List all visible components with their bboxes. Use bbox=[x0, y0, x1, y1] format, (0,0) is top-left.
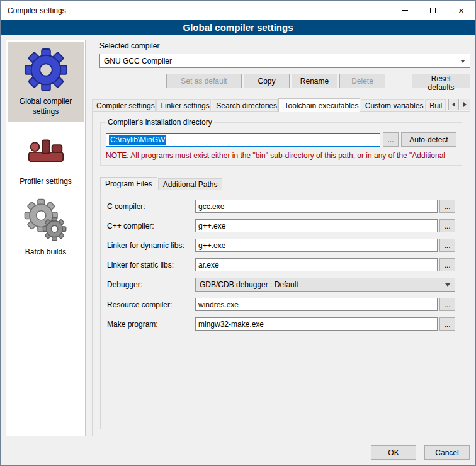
tab-label: Buil bbox=[429, 101, 442, 110]
arrow-right-icon bbox=[463, 102, 467, 107]
dialog-footer: OK Cancel bbox=[1, 440, 475, 465]
debugger-select[interactable]: GDB/CDB debugger : Default bbox=[195, 278, 455, 292]
field-row-static-linker: Linker for static libs: ... bbox=[107, 258, 455, 271]
dynamic-linker-label: Linker for dynamic libs: bbox=[107, 241, 195, 250]
debugger-label: Debugger: bbox=[107, 280, 195, 289]
dialog-body: Global compiler settings Profiler settin… bbox=[1, 35, 475, 440]
compiler-actions-row: Set as default Copy Rename Delete Reset … bbox=[99, 74, 470, 88]
installation-directory-group-title: Compiler's installation directory bbox=[106, 118, 214, 127]
set-as-default-button[interactable]: Set as default bbox=[166, 74, 242, 88]
program-files-tab-bar: Program Files Additional Paths bbox=[100, 176, 462, 190]
subtab-label: Program Files bbox=[105, 179, 152, 188]
settings-category-sidebar: Global compiler settings Profiler settin… bbox=[6, 40, 86, 436]
sidebar-item-label: Profiler settings bbox=[9, 177, 82, 187]
tab-label: Toolchain executables bbox=[284, 101, 358, 110]
delete-button[interactable]: Delete bbox=[339, 74, 385, 88]
resource-compiler-input[interactable] bbox=[195, 298, 438, 311]
install-dir-input[interactable]: C:\raylib\MinGW bbox=[106, 133, 380, 147]
tab-scroll-right-button[interactable] bbox=[460, 99, 470, 110]
close-icon: × bbox=[458, 5, 464, 16]
blue-gear-icon bbox=[24, 48, 68, 92]
sidebar-item-profiler-settings[interactable]: Profiler settings bbox=[8, 122, 84, 192]
installation-directory-row: C:\raylib\MinGW ... Auto-detect bbox=[106, 132, 456, 147]
tab-program-files[interactable]: Program Files bbox=[100, 177, 157, 190]
gray-gears-icon bbox=[24, 198, 68, 242]
field-row-debugger: Debugger: GDB/CDB debugger : Default bbox=[107, 278, 455, 292]
selected-compiler-select[interactable]: GNU GCC Compiler bbox=[99, 54, 470, 68]
tab-linker-settings[interactable]: Linker settings bbox=[156, 99, 211, 111]
cpp-compiler-browse-button[interactable]: ... bbox=[439, 219, 455, 232]
reset-defaults-button[interactable]: Reset defaults bbox=[412, 74, 470, 88]
ok-button[interactable]: OK bbox=[371, 445, 416, 460]
compiler-settings-window: Compiler settings × Global compiler sett… bbox=[0, 0, 476, 466]
debugger-value: GDB/CDB debugger : Default bbox=[200, 280, 298, 289]
tab-scroll-controls bbox=[448, 99, 470, 110]
note-text: NOTE: All programs must exist either in … bbox=[106, 151, 456, 160]
subtab-label: Additional Paths bbox=[163, 180, 218, 189]
field-row-cpp-compiler: C++ compiler: ... bbox=[107, 219, 455, 232]
c-compiler-label: C compiler: bbox=[107, 202, 195, 211]
minimize-button[interactable] bbox=[390, 1, 419, 20]
cancel-button[interactable]: Cancel bbox=[424, 445, 470, 460]
tab-label: Compiler settings bbox=[96, 101, 155, 110]
c-compiler-input[interactable] bbox=[195, 200, 438, 213]
sidebar-item-label: Global compiler settings bbox=[9, 97, 82, 116]
maximize-icon bbox=[430, 8, 436, 13]
field-row-dynamic-linker: Linker for dynamic libs: ... bbox=[107, 239, 455, 252]
make-program-browse-button[interactable]: ... bbox=[439, 317, 455, 331]
install-dir-selected-text: C:\raylib\MinGW bbox=[109, 135, 166, 145]
sidebar-item-batch-builds[interactable]: Batch builds bbox=[8, 192, 84, 263]
auto-detect-button[interactable]: Auto-detect bbox=[401, 132, 456, 147]
static-linker-browse-button[interactable]: ... bbox=[439, 258, 455, 271]
sidebar-item-label: Batch builds bbox=[9, 247, 82, 258]
main-pane: Selected compiler GNU GCC Compiler Set a… bbox=[92, 40, 470, 436]
dialog-header: Global compiler settings bbox=[1, 20, 475, 35]
tab-label: Search directories bbox=[216, 101, 277, 110]
rename-button[interactable]: Rename bbox=[292, 74, 337, 88]
static-linker-label: Linker for static libs: bbox=[107, 261, 195, 270]
tab-search-directories[interactable]: Search directories bbox=[212, 99, 278, 111]
tab-build-options[interactable]: Buil bbox=[425, 99, 446, 111]
window-title: Compiler settings bbox=[1, 6, 390, 15]
resource-compiler-label: Resource compiler: bbox=[107, 300, 195, 309]
cpp-compiler-input[interactable] bbox=[195, 219, 438, 232]
field-row-make-program: Make program: ... bbox=[107, 317, 455, 331]
program-files-panel: C compiler: ... C++ compiler: ... Linker… bbox=[100, 190, 462, 429]
make-program-label: Make program: bbox=[107, 320, 195, 329]
resource-compiler-browse-button[interactable]: ... bbox=[439, 298, 455, 311]
static-linker-input[interactable] bbox=[195, 258, 438, 271]
chevron-down-icon bbox=[460, 60, 465, 63]
titlebar: Compiler settings × bbox=[1, 1, 475, 20]
tab-label: Linker settings bbox=[161, 101, 209, 110]
chevron-down-icon bbox=[445, 283, 450, 287]
close-button[interactable]: × bbox=[447, 1, 475, 20]
settings-tab-bar: Compiler settings Linker settings Search… bbox=[92, 98, 470, 111]
field-row-c-compiler: C compiler: ... bbox=[107, 200, 455, 213]
dynamic-linker-input[interactable] bbox=[195, 239, 438, 252]
tab-additional-paths[interactable]: Additional Paths bbox=[158, 178, 223, 190]
sidebar-item-global-compiler-settings[interactable]: Global compiler settings bbox=[8, 42, 84, 122]
selected-compiler-value: GNU GCC Compiler bbox=[104, 57, 172, 65]
profiler-tool-icon bbox=[24, 128, 68, 172]
field-row-resource-compiler: Resource compiler: ... bbox=[107, 298, 455, 311]
installation-directory-group: Compiler's installation directory C:\ray… bbox=[100, 122, 462, 166]
selected-compiler-label: Selected compiler bbox=[99, 42, 470, 50]
minimize-icon bbox=[402, 10, 408, 11]
make-program-input[interactable] bbox=[195, 317, 438, 331]
tab-label: Custom variables bbox=[365, 101, 424, 110]
c-compiler-browse-button[interactable]: ... bbox=[439, 200, 455, 213]
tab-compiler-settings[interactable]: Compiler settings bbox=[92, 99, 156, 111]
maximize-button[interactable] bbox=[419, 1, 447, 20]
dynamic-linker-browse-button[interactable]: ... bbox=[439, 239, 455, 252]
tab-toolchain-executables[interactable]: Toolchain executables bbox=[278, 98, 360, 112]
tab-custom-variables[interactable]: Custom variables bbox=[361, 99, 424, 111]
copy-button[interactable]: Copy bbox=[244, 74, 290, 88]
install-dir-browse-button[interactable]: ... bbox=[383, 132, 399, 147]
arrow-left-icon bbox=[452, 102, 455, 107]
cpp-compiler-label: C++ compiler: bbox=[107, 222, 195, 230]
toolchain-executables-panel: Compiler's installation directory C:\ray… bbox=[92, 111, 470, 436]
tab-scroll-left-button[interactable] bbox=[448, 99, 459, 110]
